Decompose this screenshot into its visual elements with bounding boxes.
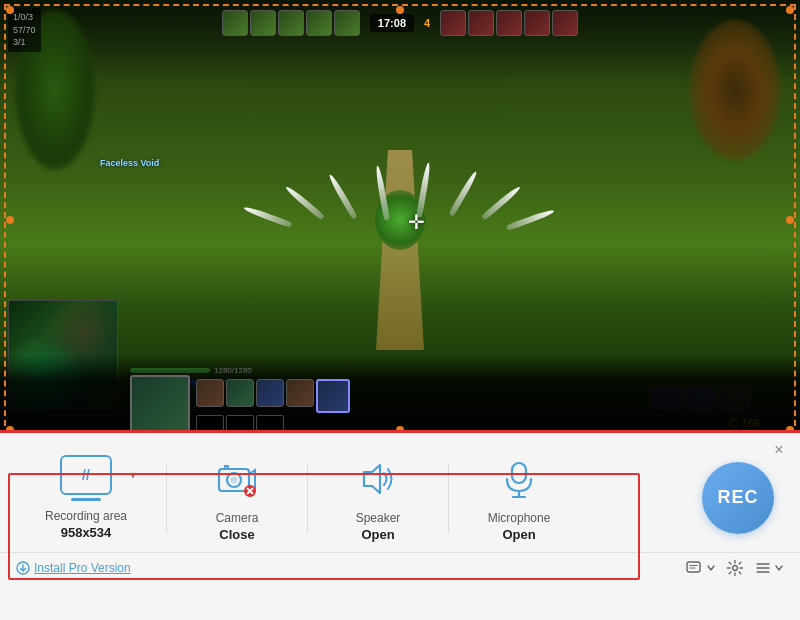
svg-point-15 [733, 566, 738, 571]
game-area: ✛ Faceless Void 1/0/3 57/70 3/1 [0, 0, 800, 440]
menu-icon [754, 559, 772, 577]
rec-label: REC [717, 487, 758, 508]
svg-rect-7 [512, 463, 526, 483]
radiant-hero-5 [334, 10, 360, 36]
divider-2 [307, 463, 308, 533]
ability-2 [226, 379, 254, 407]
ability-4 [286, 379, 314, 407]
camera-label: Camera [216, 511, 259, 525]
speaker-status: Open [361, 527, 394, 542]
svg-marker-6 [364, 465, 380, 493]
speaker-label: Speaker [356, 511, 401, 525]
radiant-hero-2 [250, 10, 276, 36]
speaker-icon [356, 457, 400, 501]
language-icon [686, 559, 704, 577]
rec-button-wrap: REC [702, 462, 784, 534]
close-button[interactable]: × [770, 441, 788, 459]
character-name-label: Faceless Void [100, 158, 159, 168]
radiant-hero-3 [278, 10, 304, 36]
chevron-down-icon-lang [706, 563, 716, 573]
microphone-icon [497, 457, 541, 501]
dire-hero-4 [524, 10, 550, 36]
item-mini-1 [196, 415, 224, 431]
svg-rect-12 [687, 562, 700, 572]
panel-main: ▾ Recording area 958x534 [0, 433, 800, 552]
download-icon [16, 561, 30, 575]
ability-icons [196, 379, 350, 413]
rec-button[interactable]: REC [702, 462, 774, 534]
radiant-hero-1 [222, 10, 248, 36]
settings-button[interactable] [726, 559, 744, 577]
recording-icon-wrap: ▾ [60, 455, 112, 495]
recording-area-label: Recording area [45, 509, 127, 523]
dire-hero-3 [496, 10, 522, 36]
microphone-label: Microphone [488, 511, 551, 525]
speaker-icon-wrap [352, 453, 404, 505]
gear-icon [726, 559, 744, 577]
dire-team-icons [440, 10, 578, 36]
game-timer: 17:08 [370, 14, 414, 32]
panel-bottom: Install Pro Version [0, 552, 800, 583]
recording-area-icon [60, 455, 112, 495]
camera-section: Camera Close [177, 453, 297, 542]
microphone-icon-wrap [493, 453, 545, 505]
item-mini-3 [256, 415, 284, 431]
hero-portrait [130, 375, 190, 435]
lh-stat: 3/1 [13, 36, 36, 49]
recording-area-section: ▾ Recording area 958x534 [16, 455, 156, 540]
camera-icon-wrap [211, 453, 263, 505]
divider-1 [166, 463, 167, 533]
hud-bottom [0, 355, 800, 440]
ability-3 [256, 379, 284, 407]
svg-point-2 [231, 477, 238, 484]
ability-ult [316, 379, 350, 413]
camera-status: Close [219, 527, 254, 542]
menu-button[interactable] [754, 559, 784, 577]
control-panel: × ▾ Recording area 958x534 [0, 430, 800, 620]
dire-hero-1 [440, 10, 466, 36]
divider-3 [448, 463, 449, 533]
microphone-status: Open [502, 527, 535, 542]
item-mini-2 [226, 415, 254, 431]
chevron-down-icon-menu [774, 563, 784, 573]
camera-icon [215, 457, 259, 501]
radiant-team-icons [222, 10, 360, 36]
speaker-section: Speaker Open [318, 453, 438, 542]
recording-area-value: 958x534 [61, 525, 112, 540]
score-display: 4 [424, 17, 430, 29]
install-pro-label: Install Pro Version [34, 561, 131, 575]
language-button[interactable] [686, 559, 716, 577]
dire-hero-5 [552, 10, 578, 36]
chevron-down-icon[interactable]: ▾ [130, 468, 136, 482]
ability-1 [196, 379, 224, 407]
bottom-right-icons [686, 559, 784, 577]
dire-hero-2 [468, 10, 494, 36]
hud-top: 17:08 4 [0, 8, 800, 38]
install-pro-link[interactable]: Install Pro Version [16, 561, 131, 575]
radiant-hero-4 [306, 10, 332, 36]
microphone-section: Microphone Open [459, 453, 579, 542]
